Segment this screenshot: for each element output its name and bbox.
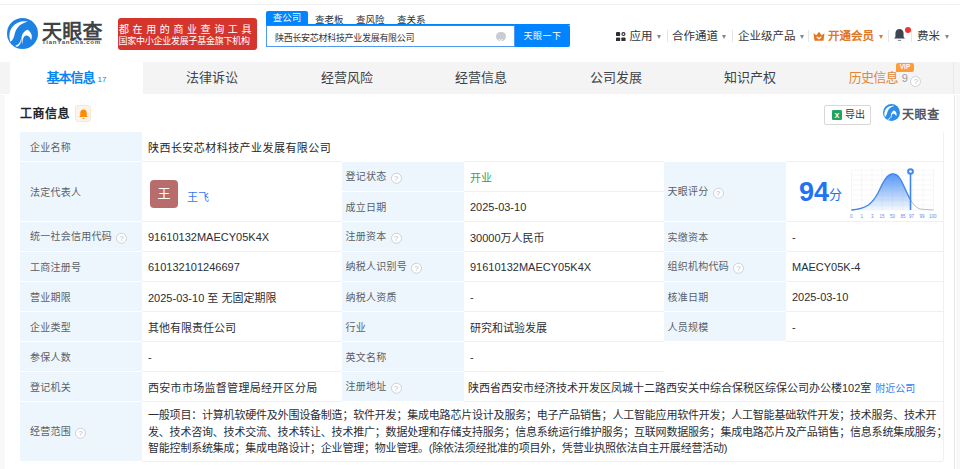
svg-text:97: 97 <box>909 214 915 219</box>
svg-text:99: 99 <box>920 214 926 219</box>
svg-text:0: 0 <box>850 214 853 219</box>
svg-text:X: X <box>835 111 840 120</box>
svg-text:1: 1 <box>861 214 864 219</box>
svg-text:85: 85 <box>901 214 907 219</box>
svg-text:50: 50 <box>890 214 896 219</box>
svg-text:3: 3 <box>871 214 874 219</box>
svg-text:100: 100 <box>929 214 937 219</box>
svg-text:15: 15 <box>880 214 886 219</box>
